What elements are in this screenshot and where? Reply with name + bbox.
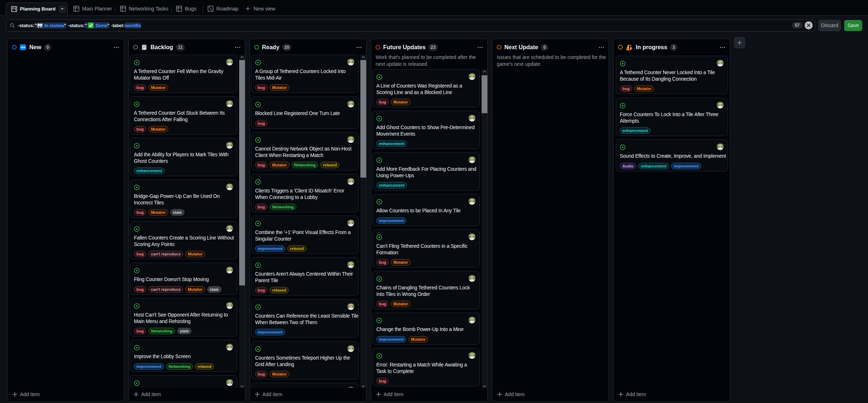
svg-text:NEW: NEW bbox=[21, 46, 26, 48]
